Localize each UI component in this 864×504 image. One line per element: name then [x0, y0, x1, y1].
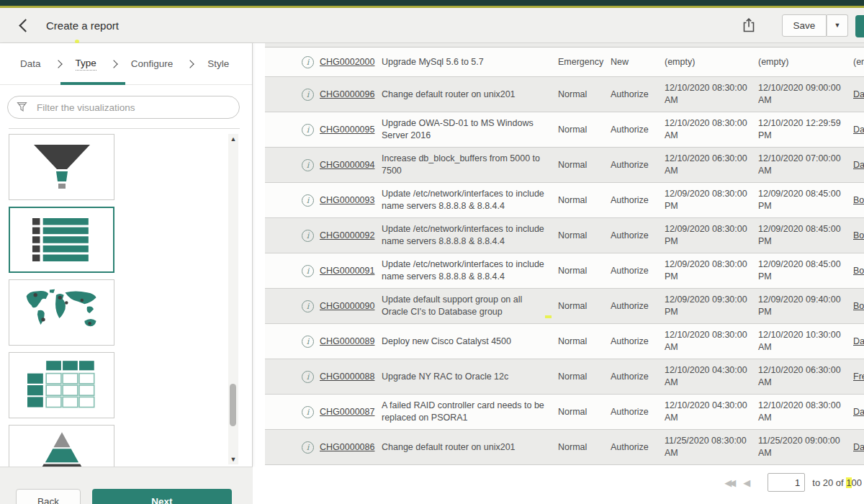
assigned-to-cell: Dav — [853, 89, 864, 99]
page-number-input[interactable] — [768, 473, 805, 492]
viz-card-world-map[interactable] — [9, 279, 114, 346]
viz-card-list[interactable] — [9, 207, 114, 273]
start-date-cell: 12/10/2020 04:30:00 AM — [665, 400, 758, 424]
filter-visualizations-input[interactable] — [37, 102, 230, 113]
end-date-cell: 12/10/2020 10:30:00 AM — [758, 329, 853, 354]
info-cell: i — [265, 194, 320, 207]
caret-down-icon: ▼ — [834, 22, 841, 29]
change-number-link[interactable]: CHG0000090 — [320, 301, 374, 311]
info-icon[interactable]: i — [302, 406, 314, 418]
step-configure[interactable]: Configure — [131, 58, 174, 69]
change-number-link[interactable]: CHG0002000 — [320, 57, 374, 67]
info-icon[interactable]: i — [302, 336, 314, 348]
info-cell: i — [265, 89, 320, 101]
number-cell: CHG0000090 — [320, 301, 382, 311]
table-row: iCHG0000091Update /etc/network/interface… — [265, 253, 864, 289]
end-date-cell: 12/10/2020 07:00:00 AM — [758, 153, 853, 177]
info-icon[interactable]: i — [302, 300, 314, 312]
state-cell: Authorize — [611, 195, 665, 205]
change-number-link[interactable]: CHG0000096 — [320, 89, 374, 99]
change-number-link[interactable]: CHG0000095 — [320, 125, 374, 135]
assigned-to-link[interactable]: Dav — [853, 336, 864, 346]
change-number-link[interactable]: CHG0000086 — [320, 442, 374, 452]
assigned-to-link[interactable]: Dav — [853, 89, 864, 99]
table-row: iCHG0000090Update default support group … — [265, 289, 864, 324]
pagination-range-label: to 20 of 100 — [812, 477, 862, 488]
viz-card-pyramid[interactable] — [9, 425, 114, 467]
short-description-cell: Upgrade OWA-SD-01 to MS Windows Server 2… — [382, 117, 558, 142]
viz-list-scrollbar[interactable]: ▲ ▼ — [228, 134, 238, 464]
priority-cell: Normal — [558, 230, 611, 240]
change-number-link[interactable]: CHG0000091 — [320, 266, 374, 276]
start-date-cell: 12/10/2020 08:30:00 AM — [665, 82, 758, 107]
info-icon[interactable]: i — [302, 124, 314, 136]
table-row: iCHG0000095Upgrade OWA-SD-01 to MS Windo… — [265, 112, 864, 148]
info-icon[interactable]: i — [302, 89, 314, 101]
info-icon[interactable]: i — [302, 56, 314, 68]
assigned-to-link[interactable]: Dav — [853, 407, 864, 417]
number-cell: CHG0000094 — [320, 160, 382, 170]
viz-card-funnel[interactable] — [9, 134, 114, 200]
table-row: iCHG0000087A failed RAID controller card… — [265, 395, 864, 430]
assigned-to-link[interactable]: Bow — [853, 266, 864, 276]
assigned-to-link[interactable]: Dav — [853, 160, 864, 170]
save-button[interactable]: Save — [782, 14, 827, 37]
change-number-link[interactable]: CHG0000088 — [320, 372, 374, 382]
end-date-cell: 12/09/2020 08:45:00 PM — [758, 223, 853, 248]
primary-action-button-partial[interactable] — [855, 15, 864, 37]
short-description-cell: Change default router on unix201 — [382, 89, 558, 101]
end-date-cell: 12/09/2020 08:45:00 PM — [758, 188, 853, 212]
priority-cell: Normal — [558, 125, 611, 135]
info-icon[interactable]: i — [302, 265, 314, 277]
info-icon[interactable]: i — [302, 441, 314, 454]
table-row: iCHG0000088Upgrade NY RAC to Oracle 12cN… — [265, 359, 864, 395]
assigned-to-link[interactable]: Bow — [853, 301, 864, 311]
number-cell: CHG0000087 — [320, 407, 382, 417]
change-number-link[interactable]: CHG0000089 — [320, 336, 374, 346]
short-description-cell: Update /etc/network/interfaces to includ… — [382, 258, 558, 283]
change-number-link[interactable]: CHG0000094 — [320, 160, 374, 170]
short-description-cell: Deploy new Cisco Catalyst 4500 — [382, 336, 558, 348]
change-number-link[interactable]: CHG0000087 — [320, 407, 374, 417]
assigned-to-link[interactable]: Fred — [853, 372, 864, 382]
step-data[interactable]: Data — [20, 58, 41, 69]
info-icon[interactable]: i — [302, 159, 314, 171]
priority-cell: Normal — [558, 266, 611, 276]
browser-top-strip — [0, 0, 864, 6]
step-type[interactable]: Type — [76, 58, 96, 71]
change-number-link[interactable]: CHG0000093 — [320, 195, 374, 205]
scroll-down-icon[interactable]: ▼ — [228, 454, 238, 464]
assigned-to-cell: Dav — [853, 160, 864, 170]
pager-prev-icon[interactable]: ◀ — [743, 477, 750, 488]
state-cell: Authorize — [611, 266, 665, 276]
info-icon[interactable]: i — [302, 230, 314, 242]
change-request-table: iCHG0002000Upgrade MySql 5.6 to 5.7Emerg… — [265, 43, 864, 467]
end-date-cell: 12/10/2020 12:29:59 PM — [758, 117, 853, 142]
info-icon[interactable]: i — [302, 194, 314, 207]
step-style[interactable]: Style — [207, 58, 229, 69]
short-description-cell: Update /etc/network/interfaces to includ… — [382, 223, 558, 248]
next-button[interactable]: Next — [92, 489, 232, 504]
assigned-to-cell: Dav — [853, 442, 864, 452]
assigned-to-value: (em — [853, 57, 864, 67]
scrollbar-thumb[interactable] — [230, 384, 236, 426]
funnel-chart-icon — [26, 140, 98, 194]
share-button[interactable] — [736, 14, 762, 37]
chevron-right-icon — [54, 60, 62, 68]
back-navigation-button[interactable] — [16, 16, 35, 35]
viz-card-pivot-table[interactable] — [9, 352, 114, 418]
assigned-to-link[interactable]: Bow — [853, 230, 864, 240]
scroll-up-icon[interactable]: ▲ — [228, 134, 238, 144]
assigned-to-cell: Bow — [853, 195, 864, 205]
table-row: iCHG0000092Update /etc/network/interface… — [265, 218, 864, 253]
assigned-to-link[interactable]: Dav — [853, 125, 864, 135]
info-icon[interactable]: i — [302, 371, 314, 383]
change-number-link[interactable]: CHG0000092 — [320, 230, 374, 240]
assigned-to-link[interactable]: Bow — [853, 195, 864, 205]
short-description-cell: Change default router on unix201 — [382, 441, 558, 454]
save-dropdown-button[interactable]: ▼ — [827, 14, 848, 37]
assigned-to-link[interactable]: Dav — [853, 442, 864, 452]
assigned-to-cell: Bow — [853, 266, 864, 276]
pager-first-icon[interactable]: ◀◀ — [724, 477, 733, 488]
back-button[interactable]: Back — [16, 489, 81, 504]
